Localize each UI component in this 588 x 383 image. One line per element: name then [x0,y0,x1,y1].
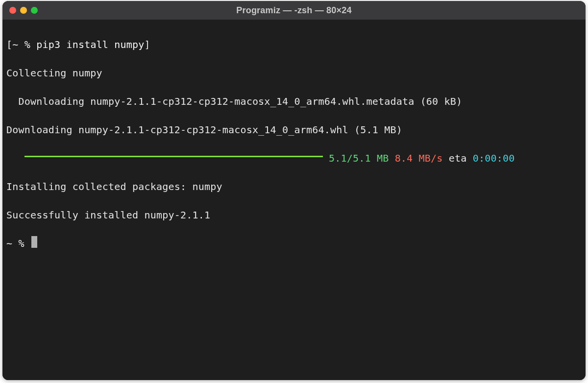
maximize-icon[interactable] [31,7,38,14]
prompt-open-bracket: [ [6,38,12,52]
traffic-lights [2,7,38,14]
cursor-icon [31,236,37,248]
terminal-body[interactable]: [~ % pip3 install numpy] Collecting nump… [2,20,586,380]
progress-eta-label: eta [443,151,473,166]
output-line: Downloading numpy-2.1.1-cp312-cp312-maco… [6,95,462,109]
output-line: Successfully installed numpy-2.1.1 [6,208,210,222]
prompt-close-bracket: ] [145,38,150,52]
progress-bar [24,149,323,163]
progress-indent [6,151,24,166]
progress-size: 5.1/5.1 MB [323,151,389,166]
output-line: Installing collected packages: numpy [6,180,222,194]
shell-prompt: ~ % [6,237,30,251]
output-line: Collecting numpy [6,66,102,80]
terminal-window: Programiz — -zsh — 80×24 [~ % pip3 insta… [2,1,586,380]
minimize-icon[interactable] [20,7,27,14]
window-title: Programiz — -zsh — 80×24 [2,5,586,16]
shell-prompt: ~ % [12,38,36,52]
progress-eta: 0:00:00 [473,151,515,166]
output-line: Downloading numpy-2.1.1-cp312-cp312-maco… [6,123,402,137]
titlebar[interactable]: Programiz — -zsh — 80×24 [2,1,586,20]
close-icon[interactable] [9,7,16,14]
command-text: pip3 install numpy [36,38,144,52]
progress-speed: 8.4 MB/s [389,151,442,166]
